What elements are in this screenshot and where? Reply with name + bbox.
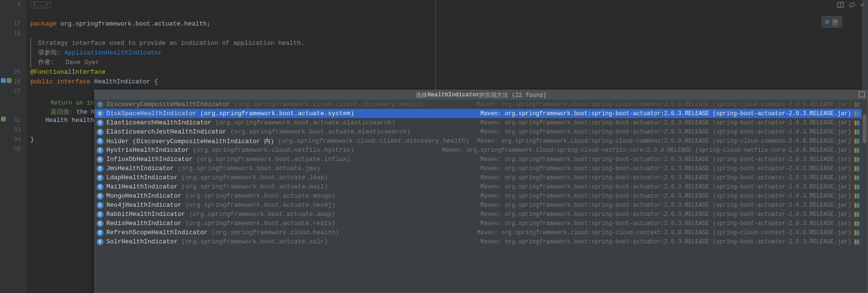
method-doc-returns-label: 返回值: bbox=[51, 109, 73, 116]
svg-rect-33 bbox=[858, 185, 859, 189]
reader-mode-icon[interactable] bbox=[837, 1, 844, 8]
class-icon: C bbox=[97, 147, 103, 154]
svg-rect-46 bbox=[855, 230, 856, 235]
package-keyword: package bbox=[30, 20, 57, 27]
svg-rect-39 bbox=[858, 203, 859, 208]
class-icon: C bbox=[97, 174, 103, 181]
gutter-line: 33 bbox=[0, 125, 21, 135]
popup-title-prefix: 选择 bbox=[416, 91, 427, 99]
implementation-item[interactable]: CHystrixHealthIndicator(org.springframew… bbox=[95, 146, 862, 155]
class-icon: C bbox=[97, 220, 103, 227]
svg-rect-48 bbox=[858, 230, 859, 235]
svg-rect-7 bbox=[855, 111, 856, 116]
svg-rect-44 bbox=[856, 221, 858, 226]
implementation-item[interactable]: CRabbitHealthIndicator(org.springframewo… bbox=[95, 210, 862, 219]
class-icon: C bbox=[97, 129, 103, 135]
library-info: Maven: org.springframework.boot:spring-b… bbox=[480, 193, 851, 200]
popup-scrollbar[interactable] bbox=[862, 100, 868, 293]
implementation-item[interactable]: CLdapHealthIndicator(org.springframework… bbox=[95, 173, 862, 182]
implementation-item[interactable]: CRefreshScopeHealthIndicator(org.springf… bbox=[95, 228, 862, 237]
svg-rect-14 bbox=[856, 130, 858, 134]
gutter-line: 17 bbox=[0, 19, 21, 29]
method-doc-returns-text: the heal bbox=[77, 109, 94, 116]
scrollbar-thumb[interactable] bbox=[863, 114, 867, 143]
implementation-item[interactable]: CSolrHealthIndicator(org.springframework… bbox=[95, 237, 862, 246]
package-label: (org.springframework.boot.actuate.amqp) bbox=[189, 211, 335, 218]
class-name: HystrixHealthIndicator bbox=[106, 146, 189, 154]
override-gutter-icon[interactable] bbox=[1, 117, 6, 121]
svg-rect-5 bbox=[856, 102, 858, 107]
svg-rect-22 bbox=[855, 157, 856, 162]
package-label: (org.springframework.boot.actuate.mongo) bbox=[185, 192, 335, 200]
popup-title-suffix: 的实现方法 (22 found) bbox=[479, 91, 546, 99]
implementation-item[interactable]: CNeo4jHealthIndicator(org.springframewor… bbox=[95, 200, 862, 210]
library-info: Maven: org.springframework.cloud:spring-… bbox=[477, 138, 851, 145]
interface-name: HealthIndicator bbox=[94, 78, 151, 85]
popup-list[interactable]: CDiscoveryCompositeHealthIndicator(org.s… bbox=[95, 100, 862, 293]
library-icon bbox=[854, 239, 860, 245]
implementation-item[interactable]: CMongoHealthIndicator(org.springframewor… bbox=[95, 191, 862, 200]
override-gutter-icon[interactable] bbox=[7, 78, 12, 83]
implementation-item[interactable]: CJmsHealthIndicator(org.springframework.… bbox=[95, 164, 862, 173]
library-info: Maven: org.springframework.boot:spring-b… bbox=[480, 129, 851, 135]
implementation-gutter-icon[interactable] bbox=[1, 78, 6, 83]
implementation-item[interactable]: CDiskSpaceHealthIndicator(org.springfram… bbox=[95, 109, 862, 118]
svg-rect-8 bbox=[856, 111, 858, 116]
svg-rect-11 bbox=[856, 120, 858, 125]
maven-icon[interactable]: m bbox=[825, 18, 829, 26]
library-icon bbox=[854, 102, 860, 107]
implementation-item[interactable]: CDiscoveryCompositeHealthIndicator(org.s… bbox=[95, 100, 862, 109]
library-icon bbox=[854, 175, 860, 181]
svg-rect-30 bbox=[858, 175, 859, 180]
implementation-item[interactable]: CInfluxDbHealthIndicator(org.springframe… bbox=[95, 155, 862, 164]
implementation-item[interactable]: CHolder (DiscoveryCompositeHealthIndicat… bbox=[95, 136, 862, 146]
library-info: Maven: org.springframework.boot:spring-b… bbox=[480, 120, 851, 126]
svg-rect-42 bbox=[858, 212, 859, 217]
svg-rect-24 bbox=[858, 157, 859, 162]
svg-rect-43 bbox=[855, 221, 856, 226]
javadoc-see-link[interactable]: ApplicationHealthIndicator bbox=[64, 49, 162, 56]
library-icon bbox=[854, 221, 860, 226]
library-info: Maven: org.springframework.boot:spring-b… bbox=[480, 202, 851, 209]
analysis-ok-icon[interactable]: ✔ bbox=[860, 1, 864, 9]
svg-rect-49 bbox=[855, 240, 856, 244]
class-name: LdapHealthIndicator bbox=[106, 174, 178, 181]
implementation-item[interactable]: CMailHealthIndicator(org.springframework… bbox=[95, 182, 862, 191]
class-icon: C bbox=[97, 202, 103, 209]
svg-rect-4 bbox=[855, 102, 856, 107]
library-info: Maven: org.springframework.boot:spring-b… bbox=[480, 165, 851, 172]
implementation-item[interactable]: CElasticsearchJestHealthIndicator(org.sp… bbox=[95, 127, 862, 136]
javadoc-summary: Strategy interface used to provide an in… bbox=[38, 40, 305, 47]
class-name: Neo4jHealthIndicator bbox=[106, 201, 181, 209]
library-icon bbox=[854, 193, 860, 199]
library-icon bbox=[854, 184, 860, 190]
close-icon[interactable]: × bbox=[832, 19, 839, 26]
fold-marker[interactable]: /.../ bbox=[30, 1, 51, 8]
interface-keyword: interface bbox=[57, 78, 90, 85]
svg-rect-34 bbox=[855, 194, 856, 199]
library-icon bbox=[854, 212, 860, 217]
svg-rect-41 bbox=[856, 212, 858, 217]
inspection-eye-icon[interactable] bbox=[849, 1, 855, 8]
package-name: org.springframework.boot.actuate.health bbox=[60, 20, 206, 27]
editor-top-toolbar: ✔ bbox=[837, 1, 864, 9]
svg-rect-17 bbox=[856, 139, 858, 144]
library-icon bbox=[854, 202, 860, 208]
package-label: (org.springframework.cloud.client.discov… bbox=[278, 137, 469, 145]
svg-rect-37 bbox=[855, 203, 856, 208]
implementation-item[interactable]: CRedisHealthIndicator(org.springframewor… bbox=[95, 219, 862, 228]
implementation-item[interactable]: CElasticsearchHealthIndicator(org.spring… bbox=[95, 118, 862, 127]
svg-rect-20 bbox=[856, 148, 858, 153]
class-icon: C bbox=[97, 156, 103, 163]
method-doc-return: Return an indic bbox=[51, 100, 94, 107]
svg-rect-12 bbox=[858, 120, 859, 125]
class-icon: C bbox=[97, 101, 103, 108]
fullscreen-icon[interactable] bbox=[859, 92, 865, 97]
package-label: (org.springframework.cloud.netflix.hystr… bbox=[193, 146, 354, 154]
class-name: ElasticsearchHealthIndicator bbox=[106, 119, 211, 126]
svg-rect-9 bbox=[858, 111, 859, 116]
library-icon bbox=[854, 230, 860, 236]
library-info: Maven: org.springframework.boot:spring-b… bbox=[480, 110, 851, 117]
gutter-line: 1 bbox=[0, 0, 21, 10]
library-icon bbox=[854, 129, 860, 135]
